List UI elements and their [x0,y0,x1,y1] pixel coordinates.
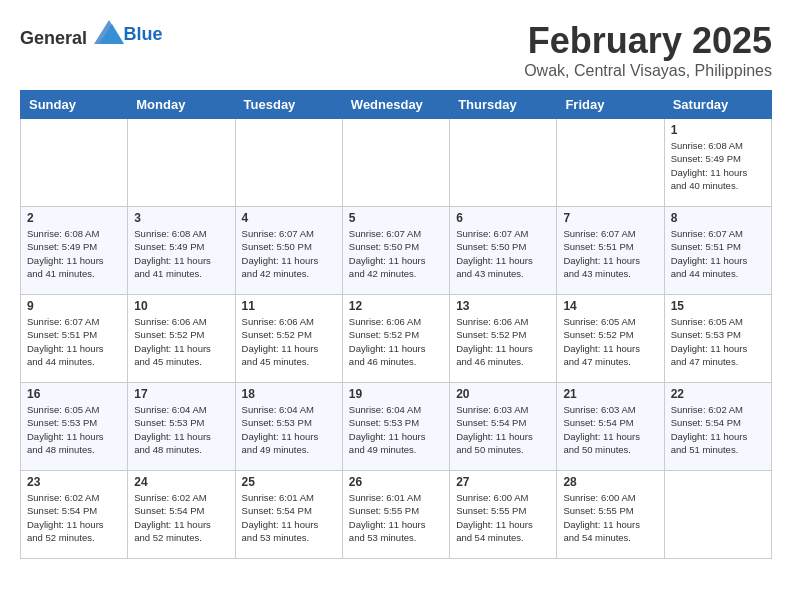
day-info: Sunrise: 6:00 AM Sunset: 5:55 PM Dayligh… [563,491,657,544]
day-number: 25 [242,475,336,489]
day-info: Sunrise: 6:08 AM Sunset: 5:49 PM Dayligh… [671,139,765,192]
calendar-cell: 15Sunrise: 6:05 AM Sunset: 5:53 PM Dayli… [664,295,771,383]
day-number: 17 [134,387,228,401]
calendar-cell: 2Sunrise: 6:08 AM Sunset: 5:49 PM Daylig… [21,207,128,295]
logo-general: General [20,28,87,48]
day-info: Sunrise: 6:07 AM Sunset: 5:51 PM Dayligh… [563,227,657,280]
day-info: Sunrise: 6:05 AM Sunset: 5:53 PM Dayligh… [27,403,121,456]
day-number: 1 [671,123,765,137]
day-info: Sunrise: 6:07 AM Sunset: 5:51 PM Dayligh… [27,315,121,368]
calendar-cell: 23Sunrise: 6:02 AM Sunset: 5:54 PM Dayli… [21,471,128,559]
calendar-cell: 8Sunrise: 6:07 AM Sunset: 5:51 PM Daylig… [664,207,771,295]
weekday-header-sunday: Sunday [21,91,128,119]
calendar-cell: 10Sunrise: 6:06 AM Sunset: 5:52 PM Dayli… [128,295,235,383]
day-number: 4 [242,211,336,225]
day-number: 19 [349,387,443,401]
day-number: 11 [242,299,336,313]
weekday-header-saturday: Saturday [664,91,771,119]
day-number: 10 [134,299,228,313]
calendar-week-5: 23Sunrise: 6:02 AM Sunset: 5:54 PM Dayli… [21,471,772,559]
day-number: 27 [456,475,550,489]
day-number: 16 [27,387,121,401]
calendar-cell: 24Sunrise: 6:02 AM Sunset: 5:54 PM Dayli… [128,471,235,559]
calendar-cell [128,119,235,207]
day-info: Sunrise: 6:04 AM Sunset: 5:53 PM Dayligh… [349,403,443,456]
day-number: 7 [563,211,657,225]
day-number: 22 [671,387,765,401]
calendar-cell: 16Sunrise: 6:05 AM Sunset: 5:53 PM Dayli… [21,383,128,471]
logo: General Blue [20,20,163,49]
calendar-cell: 7Sunrise: 6:07 AM Sunset: 5:51 PM Daylig… [557,207,664,295]
day-info: Sunrise: 6:01 AM Sunset: 5:54 PM Dayligh… [242,491,336,544]
calendar-cell [557,119,664,207]
day-info: Sunrise: 6:05 AM Sunset: 5:53 PM Dayligh… [671,315,765,368]
weekday-header-friday: Friday [557,91,664,119]
weekday-header-tuesday: Tuesday [235,91,342,119]
day-number: 12 [349,299,443,313]
weekday-header-thursday: Thursday [450,91,557,119]
day-number: 21 [563,387,657,401]
day-number: 15 [671,299,765,313]
calendar-cell: 1Sunrise: 6:08 AM Sunset: 5:49 PM Daylig… [664,119,771,207]
day-info: Sunrise: 6:08 AM Sunset: 5:49 PM Dayligh… [27,227,121,280]
day-number: 14 [563,299,657,313]
logo-blue: Blue [124,24,163,44]
day-number: 3 [134,211,228,225]
calendar-cell: 12Sunrise: 6:06 AM Sunset: 5:52 PM Dayli… [342,295,449,383]
calendar-cell: 25Sunrise: 6:01 AM Sunset: 5:54 PM Dayli… [235,471,342,559]
calendar-week-4: 16Sunrise: 6:05 AM Sunset: 5:53 PM Dayli… [21,383,772,471]
weekday-header-row: SundayMondayTuesdayWednesdayThursdayFrid… [21,91,772,119]
day-number: 20 [456,387,550,401]
day-number: 5 [349,211,443,225]
day-number: 28 [563,475,657,489]
calendar-cell: 20Sunrise: 6:03 AM Sunset: 5:54 PM Dayli… [450,383,557,471]
day-info: Sunrise: 6:00 AM Sunset: 5:55 PM Dayligh… [456,491,550,544]
calendar-cell: 5Sunrise: 6:07 AM Sunset: 5:50 PM Daylig… [342,207,449,295]
calendar-cell: 4Sunrise: 6:07 AM Sunset: 5:50 PM Daylig… [235,207,342,295]
day-info: Sunrise: 6:02 AM Sunset: 5:54 PM Dayligh… [27,491,121,544]
calendar-cell: 3Sunrise: 6:08 AM Sunset: 5:49 PM Daylig… [128,207,235,295]
day-number: 8 [671,211,765,225]
day-info: Sunrise: 6:06 AM Sunset: 5:52 PM Dayligh… [349,315,443,368]
title-area: February 2025 Owak, Central Visayas, Phi… [524,20,772,80]
calendar-cell: 26Sunrise: 6:01 AM Sunset: 5:55 PM Dayli… [342,471,449,559]
day-number: 18 [242,387,336,401]
day-number: 13 [456,299,550,313]
calendar-cell: 22Sunrise: 6:02 AM Sunset: 5:54 PM Dayli… [664,383,771,471]
main-title: February 2025 [524,20,772,62]
day-info: Sunrise: 6:06 AM Sunset: 5:52 PM Dayligh… [134,315,228,368]
day-number: 6 [456,211,550,225]
day-info: Sunrise: 6:03 AM Sunset: 5:54 PM Dayligh… [563,403,657,456]
calendar-cell: 28Sunrise: 6:00 AM Sunset: 5:55 PM Dayli… [557,471,664,559]
day-info: Sunrise: 6:07 AM Sunset: 5:50 PM Dayligh… [242,227,336,280]
calendar-cell: 21Sunrise: 6:03 AM Sunset: 5:54 PM Dayli… [557,383,664,471]
calendar-cell: 14Sunrise: 6:05 AM Sunset: 5:52 PM Dayli… [557,295,664,383]
calendar-cell: 9Sunrise: 6:07 AM Sunset: 5:51 PM Daylig… [21,295,128,383]
calendar-table: SundayMondayTuesdayWednesdayThursdayFrid… [20,90,772,559]
calendar-cell [450,119,557,207]
calendar-week-3: 9Sunrise: 6:07 AM Sunset: 5:51 PM Daylig… [21,295,772,383]
logo-icon [94,20,124,44]
calendar-cell [21,119,128,207]
calendar-week-2: 2Sunrise: 6:08 AM Sunset: 5:49 PM Daylig… [21,207,772,295]
calendar-cell: 17Sunrise: 6:04 AM Sunset: 5:53 PM Dayli… [128,383,235,471]
calendar-cell: 18Sunrise: 6:04 AM Sunset: 5:53 PM Dayli… [235,383,342,471]
calendar-cell [342,119,449,207]
day-info: Sunrise: 6:07 AM Sunset: 5:50 PM Dayligh… [456,227,550,280]
day-info: Sunrise: 6:04 AM Sunset: 5:53 PM Dayligh… [242,403,336,456]
calendar-cell: 27Sunrise: 6:00 AM Sunset: 5:55 PM Dayli… [450,471,557,559]
day-info: Sunrise: 6:06 AM Sunset: 5:52 PM Dayligh… [242,315,336,368]
day-number: 23 [27,475,121,489]
weekday-header-monday: Monday [128,91,235,119]
day-info: Sunrise: 6:06 AM Sunset: 5:52 PM Dayligh… [456,315,550,368]
day-number: 26 [349,475,443,489]
day-info: Sunrise: 6:05 AM Sunset: 5:52 PM Dayligh… [563,315,657,368]
calendar-cell: 6Sunrise: 6:07 AM Sunset: 5:50 PM Daylig… [450,207,557,295]
calendar-cell [235,119,342,207]
calendar-cell: 11Sunrise: 6:06 AM Sunset: 5:52 PM Dayli… [235,295,342,383]
day-number: 9 [27,299,121,313]
day-number: 2 [27,211,121,225]
day-number: 24 [134,475,228,489]
calendar-cell [664,471,771,559]
day-info: Sunrise: 6:08 AM Sunset: 5:49 PM Dayligh… [134,227,228,280]
